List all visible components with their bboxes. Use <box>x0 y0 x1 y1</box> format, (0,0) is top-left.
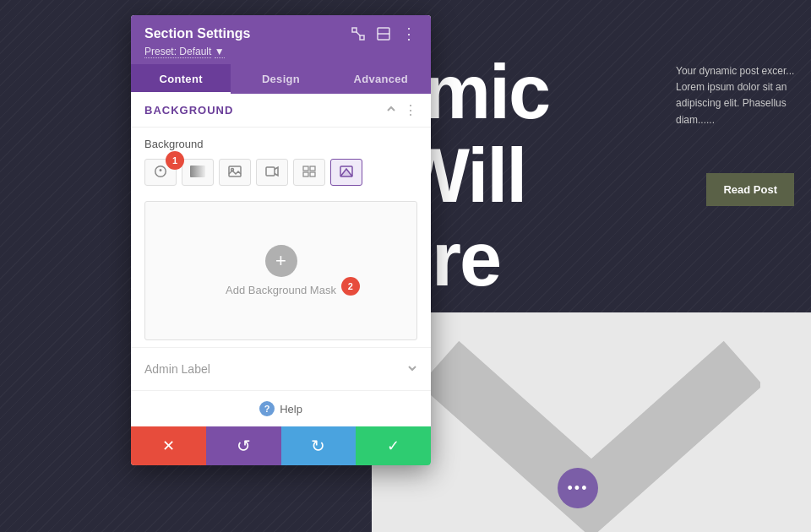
step2-badge: 2 <box>341 277 360 296</box>
help-row[interactable]: ? Help <box>131 390 431 426</box>
help-icon: ? <box>259 401 275 416</box>
redo-icon: ↻ <box>311 436 325 456</box>
background-type-row: 1 <box>131 155 431 194</box>
reset-icon: ↺ <box>237 436 251 456</box>
svg-rect-11 <box>303 172 308 176</box>
section-more-icon[interactable]: ⋮ <box>404 102 417 118</box>
svg-rect-10 <box>310 166 315 171</box>
blog-excerpt: Your dynamic post excer... Lorem ipsum d… <box>676 63 811 128</box>
cancel-icon: ✕ <box>162 437 175 455</box>
redo-button[interactable]: ↻ <box>281 426 357 465</box>
video-icon <box>265 166 279 180</box>
panel-tabs: Content Design Advanced <box>131 64 431 94</box>
svg-rect-12 <box>310 172 315 176</box>
bg-type-video[interactable] <box>256 159 288 186</box>
section-settings-panel: Section Settings ⋮ <box>131 15 431 465</box>
step1-badge: 1 <box>166 151 184 170</box>
bg-type-gradient[interactable] <box>182 159 214 186</box>
bg-type-color[interactable]: 1 <box>144 159 177 186</box>
bg-type-pattern[interactable] <box>293 159 325 186</box>
add-mask-label: Add Background Mask 2 <box>226 284 336 296</box>
bg-type-image[interactable] <box>219 159 251 186</box>
svg-rect-5 <box>190 166 205 177</box>
section-group-header: Background ⋮ <box>131 94 431 128</box>
panel-preset[interactable]: Preset: Default ▼ <box>144 46 417 57</box>
image-icon <box>228 166 242 180</box>
tab-advanced[interactable]: Advanced <box>331 64 431 94</box>
fab-button[interactable]: ••• <box>558 468 598 508</box>
svg-rect-8 <box>266 167 275 176</box>
save-button[interactable]: ✓ <box>356 426 431 465</box>
cancel-button[interactable]: ✕ <box>131 426 206 465</box>
svg-rect-9 <box>303 166 308 171</box>
read-post-button[interactable]: Read Post <box>706 173 794 206</box>
svg-rect-0 <box>352 28 357 32</box>
svg-rect-1 <box>360 35 364 40</box>
admin-label-row[interactable]: Admin Label <box>131 347 431 390</box>
reset-button[interactable]: ↺ <box>206 426 281 465</box>
add-background-mask-area: + Add Background Mask 2 <box>144 201 417 340</box>
pattern-icon <box>302 166 316 180</box>
svg-line-2 <box>357 32 360 35</box>
panel-footer: ✕ ↺ ↻ ✓ <box>131 426 431 465</box>
panel-title: Section Settings <box>144 26 250 41</box>
color-icon <box>154 165 167 181</box>
mask-icon <box>340 166 353 180</box>
panel-header: Section Settings ⋮ <box>131 15 431 64</box>
tab-content[interactable]: Content <box>131 64 231 94</box>
admin-label-chevron-icon <box>407 361 417 377</box>
section-group-title: Background <box>144 104 233 117</box>
tab-design[interactable]: Design <box>231 64 330 94</box>
add-mask-button[interactable]: + <box>265 245 297 277</box>
panel-body: Background ⋮ Background <box>131 94 431 426</box>
panel-header-icons: ⋮ <box>350 25 417 42</box>
save-icon: ✓ <box>387 437 400 455</box>
more-options-icon[interactable]: ⋮ <box>400 25 417 42</box>
expand-icon[interactable] <box>350 25 367 42</box>
bg-type-mask[interactable] <box>330 159 362 186</box>
section-group-icons: ⋮ <box>385 102 417 118</box>
admin-label-text: Admin Label <box>144 362 210 376</box>
section-collapse-icon[interactable] <box>385 103 397 117</box>
layout-icon[interactable] <box>375 25 392 42</box>
gradient-icon <box>190 166 205 180</box>
help-text: Help <box>280 403 302 415</box>
